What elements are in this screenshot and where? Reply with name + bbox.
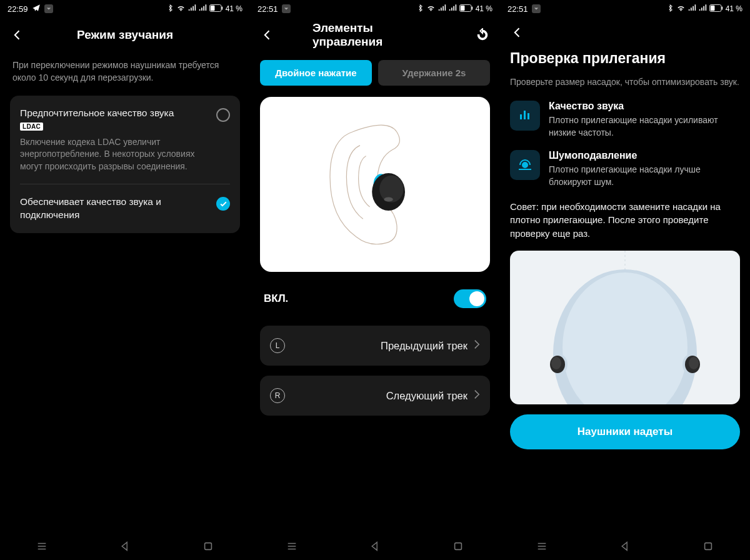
svg-rect-14	[721, 6, 722, 9]
battery-text: 41 %	[476, 4, 492, 13]
page-title: Элементы управления	[312, 21, 438, 49]
option-ldac[interactable]: Предпочтительное качество звука LDAC Вкл…	[20, 107, 230, 173]
status-bar: 22:59 41 %	[0, 0, 250, 18]
bluetooth-icon	[418, 4, 424, 14]
nav-home-button[interactable]	[189, 541, 227, 552]
gesture-tabs: Двойное нажатие Удержание 2s	[260, 60, 490, 86]
enable-toggle[interactable]	[454, 289, 486, 308]
bluetooth-icon	[168, 4, 174, 14]
screen-fit-test: 22:51 41 % Проверка прилегания Проверьте…	[500, 0, 750, 560]
info-title: Шумоподавление	[549, 150, 740, 161]
back-button[interactable]	[255, 22, 280, 48]
equalizer-icon	[510, 101, 540, 131]
svg-rect-6	[471, 6, 472, 9]
status-time: 22:59	[8, 4, 28, 14]
radio-unchecked-icon[interactable]	[216, 108, 230, 122]
signal-icon	[688, 4, 696, 14]
nav-home-button[interactable]	[689, 541, 727, 552]
info-desc: Плотно прилегающие насадки усиливают низ…	[549, 114, 740, 139]
tab-double-tap[interactable]: Двойное нажатие	[260, 60, 372, 86]
nav-recent-button[interactable]	[23, 541, 61, 552]
left-earbud-icon: L	[270, 338, 285, 353]
screen-controls: 22:51 41 % Элементы управления Двойное н…	[250, 0, 500, 560]
screen-sound-mode: 22:59 41 %	[0, 0, 250, 560]
tip-text: Совет: при необходимости замените насадк…	[510, 200, 740, 241]
start-fit-test-button[interactable]: Наушники надеты	[510, 414, 740, 449]
page-subtitle: Проверьте размер насадок, чтобы оптимизи…	[510, 76, 740, 88]
dropdown-icon	[532, 4, 541, 13]
enable-label: ВКЛ.	[264, 292, 288, 305]
status-bar: 22:51 41 %	[500, 0, 750, 18]
svg-rect-1	[210, 5, 214, 10]
info-sound-quality: Качество звука Плотно прилегающие насадк…	[510, 101, 740, 139]
status-time: 22:51	[508, 4, 528, 14]
svg-rect-28	[705, 543, 712, 550]
bluetooth-icon	[668, 4, 674, 14]
dropdown-icon	[282, 4, 291, 13]
nav-back-button[interactable]	[356, 541, 394, 551]
divider	[20, 184, 230, 184]
battery-text: 41 %	[226, 4, 242, 13]
option-title: Предпочтительное качество звука	[20, 107, 209, 120]
options-card: Предпочтительное качество звука LDAC Вкл…	[10, 96, 240, 234]
tab-hold[interactable]: Удержание 2s	[378, 60, 490, 86]
status-time: 22:51	[258, 4, 278, 14]
battery-text: 41 %	[726, 4, 742, 13]
signal-icon	[188, 4, 196, 14]
svg-point-18	[522, 162, 528, 168]
dropdown-icon	[44, 4, 53, 13]
page-title: Проверка прилегания	[510, 50, 740, 67]
telegram-icon	[32, 4, 41, 14]
page-subtitle: При переключении режимов наушникам требу…	[12, 59, 238, 84]
back-button[interactable]	[5, 22, 30, 48]
radio-checked-icon[interactable]	[216, 197, 230, 211]
signal-icon	[438, 4, 446, 14]
title-bar: Режим звучания	[0, 18, 250, 52]
back-button[interactable]	[505, 20, 530, 45]
svg-point-10	[384, 197, 392, 201]
svg-rect-3	[205, 543, 212, 550]
title-bar	[500, 18, 750, 48]
svg-rect-11	[455, 543, 462, 550]
head-illustration	[510, 251, 740, 404]
info-desc: Плотно прилегающие насадки лучше блокиру…	[549, 164, 740, 188]
android-nav-bar	[250, 534, 500, 560]
svg-rect-5	[460, 5, 464, 10]
battery-icon	[709, 4, 723, 14]
battery-icon	[209, 4, 223, 14]
signal-icon-2	[449, 4, 457, 14]
option-desc: Включение кодека LDAC увеличит энергопот…	[20, 136, 209, 173]
chevron-right-icon	[474, 389, 480, 402]
left-action-row[interactable]: L Предыдущий трек	[260, 326, 490, 366]
nav-back-button[interactable]	[606, 541, 644, 551]
option-title: Обеспечивает качество звука и подключени…	[20, 196, 209, 222]
svg-rect-15	[520, 114, 522, 119]
title-bar: Элементы управления	[250, 18, 500, 52]
right-earbud-icon: R	[270, 388, 285, 403]
wifi-icon	[426, 4, 436, 14]
svg-rect-17	[528, 113, 529, 119]
svg-point-26	[551, 357, 561, 369]
signal-icon-2	[699, 4, 707, 14]
nav-recent-button[interactable]	[523, 541, 561, 552]
ldac-badge: LDAC	[20, 122, 43, 131]
signal-icon-2	[199, 4, 207, 14]
svg-rect-13	[710, 5, 714, 10]
nav-home-button[interactable]	[439, 541, 477, 552]
page-title: Режим звучания	[77, 28, 173, 42]
svg-rect-2	[221, 6, 222, 9]
reset-button[interactable]	[470, 22, 495, 48]
wifi-icon	[176, 4, 186, 14]
info-noise-cancel: Шумоподавление Плотно прилегающие насадк…	[510, 150, 740, 188]
right-action-row[interactable]: R Следующий трек	[260, 376, 490, 416]
ear-illustration	[260, 97, 490, 272]
nav-recent-button[interactable]	[273, 541, 311, 552]
enable-row: ВКЛ.	[260, 289, 490, 308]
status-bar: 22:51 41 %	[250, 0, 500, 18]
anc-icon	[510, 150, 540, 180]
option-balanced[interactable]: Обеспечивает качество звука и подключени…	[20, 196, 230, 222]
svg-rect-16	[524, 111, 526, 119]
left-action-label: Предыдущий трек	[285, 340, 474, 352]
wifi-icon	[676, 4, 686, 14]
nav-back-button[interactable]	[106, 541, 144, 551]
